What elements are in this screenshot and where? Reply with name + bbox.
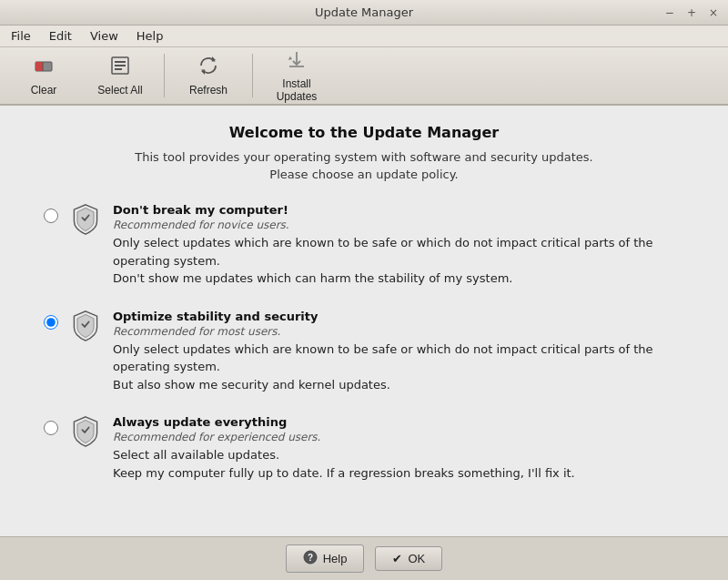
install-updates-icon — [286, 48, 308, 74]
policy-desc-dont-break: Only select updates which are known to b… — [113, 234, 684, 288]
menu-view[interactable]: View — [83, 27, 126, 45]
ok-button[interactable]: ✔ OK — [375, 546, 442, 571]
refresh-icon — [197, 55, 219, 80]
install-updates-label: Install Updates — [265, 77, 329, 103]
ok-icon: ✔ — [392, 552, 402, 565]
welcome-choose: Please choose an update policy. — [36, 168, 692, 181]
policy-option-optimize: Optimize stability and security Recommen… — [36, 310, 692, 394]
welcome-title: Welcome to the Update Manager — [36, 124, 692, 141]
policy-radio-always-update[interactable] — [44, 421, 58, 435]
policy-desc-optimize: Only select updates which are known to b… — [113, 341, 684, 394]
svg-marker-8 — [201, 71, 205, 75]
policy-rec-optimize: Recommended for most users. — [113, 325, 684, 338]
clear-button[interactable]: Clear — [7, 50, 80, 101]
help-label: Help — [323, 552, 348, 565]
toolbar-separator-1 — [164, 54, 165, 97]
toolbar-separator-2 — [252, 54, 253, 97]
shield-icon-1 — [69, 203, 102, 236]
svg-text:?: ? — [308, 553, 313, 563]
clear-label: Clear — [31, 84, 57, 97]
welcome-subtitle: This tool provides your operating system… — [36, 150, 692, 164]
policy-rec-always-update: Recommended for experienced users. — [113, 431, 684, 443]
refresh-button[interactable]: Refresh — [172, 50, 245, 101]
window-title: Update Manager — [315, 5, 413, 19]
select-all-label: Select All — [97, 84, 142, 97]
menu-edit[interactable]: Edit — [42, 27, 79, 45]
clear-icon — [33, 55, 55, 80]
window-controls[interactable]: − + × — [662, 6, 721, 19]
policy-option-always-update: Always update everything Recommended for… — [36, 415, 692, 482]
menu-bar: File Edit View Help — [0, 25, 728, 47]
help-icon: ? — [303, 550, 318, 567]
menu-file[interactable]: File — [4, 27, 38, 45]
policy-title-optimize: Optimize stability and security — [113, 310, 684, 323]
policy-text-dont-break: Don't break my computer! Recommended for… — [113, 203, 684, 288]
shield-icon-3 — [69, 415, 102, 448]
svg-rect-1 — [35, 62, 43, 71]
policy-title-always-update: Always update everything — [113, 415, 684, 429]
policy-radio-dont-break[interactable] — [44, 209, 58, 223]
policy-text-always-update: Always update everything Recommended for… — [113, 415, 684, 482]
menu-help[interactable]: Help — [129, 27, 171, 45]
svg-rect-6 — [115, 68, 122, 70]
close-button[interactable]: × — [706, 6, 721, 19]
shield-icon-2 — [69, 310, 102, 342]
policy-option-dont-break: Don't break my computer! Recommended for… — [36, 203, 692, 288]
main-content: Welcome to the Update Manager This tool … — [0, 106, 728, 536]
policy-title-dont-break: Don't break my computer! — [113, 203, 684, 217]
refresh-label: Refresh — [189, 84, 228, 97]
maximize-button[interactable]: + — [684, 6, 699, 19]
svg-rect-4 — [115, 61, 126, 63]
title-bar: Update Manager − + × — [0, 0, 728, 25]
minimize-button[interactable]: − — [662, 6, 677, 19]
policy-rec-dont-break: Recommended for novice users. — [113, 219, 684, 231]
select-all-button[interactable]: Select All — [84, 50, 157, 101]
select-all-icon — [109, 55, 131, 80]
svg-rect-5 — [115, 65, 126, 66]
bottom-bar: ? Help ✔ OK — [0, 536, 728, 580]
policy-radio-optimize[interactable] — [44, 315, 58, 330]
help-button[interactable]: ? Help — [286, 544, 365, 573]
ok-label: OK — [408, 552, 425, 565]
policy-desc-always-update: Select all available updates.Keep my com… — [113, 446, 684, 482]
policy-text-optimize: Optimize stability and security Recommen… — [113, 310, 684, 394]
toolbar: Clear Select All Refresh — [0, 47, 728, 106]
install-updates-button[interactable]: Install Updates — [260, 50, 333, 101]
svg-marker-7 — [212, 56, 216, 60]
